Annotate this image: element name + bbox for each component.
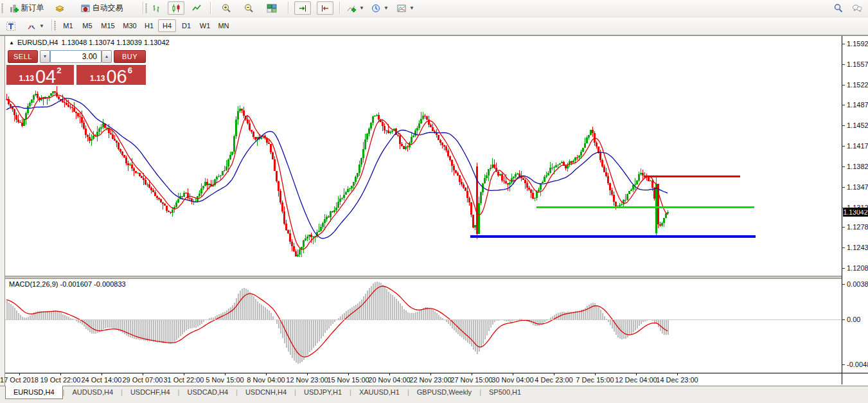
timeframe-button-h4[interactable]: H4: [158, 19, 176, 32]
time-axis-label: 17 Oct 2018: [0, 376, 39, 384]
price-axis-label: 1.13120: [847, 204, 868, 212]
periods-button[interactable]: ▼: [368, 1, 391, 15]
zoom-in-icon: [221, 3, 231, 13]
zoom-out-button[interactable]: [240, 1, 257, 15]
price-axis-tick: [842, 247, 845, 248]
time-axis-tick: [143, 373, 143, 375]
time-axis: 17 Oct 201819 Oct 22:0024 Oct 14:0029 Oc…: [5, 373, 868, 386]
chart-tab-sp500[interactable]: SP500,H1: [481, 386, 529, 399]
chart-tab-usdjpy[interactable]: USDJPY,H1: [296, 386, 350, 399]
price-axis-label: 1.15570: [847, 60, 868, 69]
arrow-objects-button[interactable]: ▼: [23, 19, 48, 33]
time-axis-tick: [225, 373, 226, 375]
price-axis-label: 1.14170: [847, 142, 868, 150]
new-order-button[interactable]: 新订单: [4, 1, 49, 15]
price-axis[interactable]: 1.13042 1.159201.155701.152201.148701.14…: [842, 36, 868, 373]
buy-price-display[interactable]: 1.13 06 6: [76, 65, 146, 85]
autotrading-icon: [80, 3, 91, 13]
buy-price-big-digits: 06: [106, 68, 127, 85]
time-axis-label: 15 Nov 15:00: [327, 376, 369, 384]
price-axis-label: 1.13820: [847, 163, 868, 171]
indicators-button[interactable]: ▼: [344, 1, 367, 15]
templates-button[interactable]: ▼: [393, 1, 418, 15]
price-axis-label: 1.12780: [847, 223, 868, 231]
time-axis-tick: [636, 373, 637, 375]
price-axis-label: 1.14870: [847, 101, 868, 109]
time-axis-label: 12 Dec 04:00: [615, 376, 657, 384]
price-axis-label: 1.15920: [847, 40, 868, 48]
sell-price-pip-digit: 2: [57, 66, 61, 75]
chart-shift-button[interactable]: [294, 1, 311, 15]
time-axis-label: 30 Nov 04:00: [492, 376, 533, 384]
timeframe-button-d1[interactable]: D1: [177, 19, 195, 32]
sell-price-display[interactable]: 1.13 04 2: [6, 65, 74, 85]
tile-windows-button[interactable]: [263, 1, 280, 15]
zoom-in-button[interactable]: [218, 1, 235, 15]
macd-canvas[interactable]: [5, 278, 842, 373]
volume-input[interactable]: [50, 50, 102, 63]
toolbar-grip[interactable]: [145, 3, 147, 13]
timeframe-button-m15[interactable]: M15: [98, 19, 118, 32]
bar-chart-button[interactable]: [148, 1, 165, 15]
time-axis-tick: [307, 373, 308, 375]
timeframe-button-m30[interactable]: M30: [120, 19, 140, 32]
toolbar-grip[interactable]: [1, 3, 3, 13]
candlestick-chart-button[interactable]: [168, 1, 184, 15]
arrow-objects-icon: [26, 21, 37, 31]
time-axis-label: 22 Nov 23:00: [409, 376, 451, 384]
timeframe-button-w1[interactable]: W1: [197, 19, 213, 32]
chart-tab-usdcad[interactable]: USDCAD,H4: [179, 386, 236, 399]
timeframe-button-h1[interactable]: H1: [141, 19, 157, 32]
macd-axis-label: 0.003847: [847, 280, 868, 289]
market-watch-button[interactable]: [51, 1, 68, 15]
timeframe-button-mn[interactable]: MN: [215, 19, 233, 32]
chart-shift-icon: [297, 3, 308, 13]
line-chart-icon: [191, 3, 202, 13]
search-button[interactable]: [831, 1, 846, 15]
autotrading-button[interactable]: 自动交易: [72, 1, 131, 15]
macd-indicator-label: MACD(12,26,9) -0.001607 -0.000833: [9, 280, 126, 288]
market-watch-icon: [55, 3, 65, 13]
chart-tab-gbpusd[interactable]: GBPUSD,Weekly: [409, 386, 479, 399]
zoom-out-icon: [244, 3, 254, 13]
new-order-icon: [9, 3, 19, 13]
chart-tab-audusd[interactable]: AUDUSD,H4: [64, 386, 121, 399]
chart-tab-usdchf[interactable]: USDCHF,H4: [123, 386, 178, 399]
time-axis-label: 14 Dec 23:00: [656, 376, 698, 384]
price-axis-tick: [842, 227, 845, 228]
time-axis-label: 29 Oct 07:00: [123, 376, 163, 384]
time-axis-tick: [184, 373, 184, 375]
chart-tab-xauusd[interactable]: XAUUSD,H1: [351, 386, 407, 399]
price-axis-tick: [842, 208, 845, 208]
chart-tab-eurusd[interactable]: EURUSD,H4: [5, 386, 63, 399]
text-label-tool-button[interactable]: [3, 19, 19, 33]
sell-price-prefix: 1.13: [19, 74, 34, 83]
buy-button[interactable]: BUY: [114, 50, 146, 63]
dropdown-caret-icon[interactable]: ▼: [359, 5, 364, 11]
axis-border: [842, 36, 842, 384]
community-chat-button[interactable]: [849, 1, 865, 15]
dropdown-caret-icon[interactable]: ▼: [409, 5, 414, 11]
volume-increase-button[interactable]: ▲: [102, 50, 112, 63]
chart-tab-usdcnh[interactable]: USDCNH,H4: [238, 386, 294, 399]
macd-axis-label: 0.00: [847, 316, 860, 324]
auto-scroll-icon: [320, 3, 330, 13]
sell-button[interactable]: SELL: [8, 50, 38, 63]
price-axis-tick: [842, 146, 845, 147]
price-axis-tick: [842, 125, 845, 126]
dropdown-caret-icon[interactable]: ▼: [39, 23, 44, 29]
auto-scroll-button[interactable]: [317, 1, 333, 15]
time-axis-label: 12 Nov 23:00: [286, 376, 328, 384]
line-chart-button[interactable]: [188, 1, 205, 15]
timeframe-button-m5[interactable]: M5: [78, 19, 96, 32]
time-axis-label: 8 Nov 04:00: [247, 376, 285, 384]
templates-icon: [396, 3, 407, 13]
toolbar-grip[interactable]: [54, 21, 56, 31]
time-axis-tick: [595, 373, 596, 375]
price-axis-label: 1.15220: [847, 81, 868, 89]
timeframe-button-m1[interactable]: M1: [59, 19, 77, 32]
volume-decrease-button[interactable]: ▼: [40, 50, 50, 63]
price-axis-tick: [842, 44, 845, 44]
dropdown-caret-icon[interactable]: ▼: [384, 5, 389, 11]
collapse-triangle-icon[interactable]: ▲: [9, 40, 14, 46]
